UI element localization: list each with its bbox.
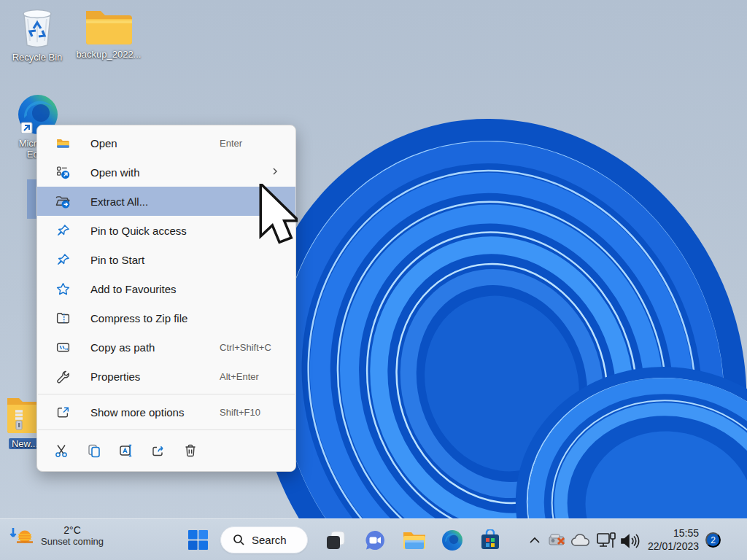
menu-item-label: Pin to Start <box>90 254 144 266</box>
display-device-tray-icon[interactable] <box>595 532 617 551</box>
wrench-icon <box>55 368 71 384</box>
menu-separator <box>38 429 295 430</box>
menu-item-label: Add to Favourites <box>90 283 177 295</box>
menu-item-label: Copy as path <box>90 341 155 354</box>
search-label: Search <box>252 534 287 546</box>
desktop-icon-label: backup_2022... <box>77 49 142 60</box>
sunset-weather-icon <box>9 525 35 547</box>
weather-text: 2°C Sunset coming <box>41 524 104 547</box>
rename-button[interactable] <box>110 438 142 464</box>
star-icon <box>55 281 71 297</box>
delete-button[interactable] <box>174 438 206 464</box>
menu-item-label: Compress to Zip file <box>90 312 187 324</box>
menu-item-copy-as-path[interactable]: Copy as path Ctrl+Shift+C <box>37 332 295 362</box>
quick-actions-bar <box>37 433 295 468</box>
desktop: Recycle Bin backup_2022... Microsoft Edg… <box>0 0 747 560</box>
file-explorer-icon <box>403 530 426 551</box>
menu-separator <box>38 394 295 394</box>
open-with-icon <box>55 164 71 180</box>
chevron-right-icon <box>271 166 279 179</box>
device-problem-tray-icon[interactable] <box>547 532 568 549</box>
desktop-icon-recycle-bin[interactable]: Recycle Bin <box>6 4 69 63</box>
recycle-bin-icon <box>16 4 58 50</box>
menu-item-shortcut: Ctrl+Shift+C <box>220 342 271 353</box>
file-explorer-button[interactable] <box>403 529 426 552</box>
show-more-options-icon <box>55 404 71 420</box>
copy-path-icon <box>55 339 71 355</box>
menu-item-add-to-favourites[interactable]: Add to Favourites <box>37 274 295 303</box>
menu-item-label: Show more options <box>90 406 184 419</box>
menu-item-compress-to-zip[interactable]: Compress to Zip file <box>37 303 295 332</box>
windows-logo-icon <box>188 530 208 550</box>
chat-icon <box>364 529 386 551</box>
menu-item-show-more-options[interactable]: Show more options Shift+F10 <box>37 397 295 427</box>
desktop-icon-backup-folder[interactable]: backup_2022... <box>75 6 142 60</box>
copy-icon <box>86 443 102 459</box>
copy-button[interactable] <box>78 438 110 464</box>
hidden-icons-chevron[interactable] <box>525 532 544 549</box>
menu-item-label: Properties <box>90 370 140 383</box>
start-button[interactable] <box>188 530 208 550</box>
desktop-icon-label: Recycle Bin <box>12 52 63 63</box>
chevron-up-icon <box>529 537 541 544</box>
task-view-icon <box>325 530 346 551</box>
rename-icon <box>118 443 134 459</box>
clock[interactable]: 15:55 22/01/2023 <box>648 526 699 553</box>
clock-time: 15:55 <box>648 526 699 540</box>
clock-date: 22/01/2023 <box>648 540 699 553</box>
weather-condition: Sunset coming <box>41 536 104 547</box>
share-button[interactable] <box>142 438 174 464</box>
folder-open-icon <box>55 135 71 151</box>
extract-all-icon <box>55 193 71 209</box>
menu-item-label: Open <box>90 137 117 149</box>
menu-item-shortcut: Enter <box>220 138 242 149</box>
share-icon <box>150 443 166 459</box>
wallpaper-bloom <box>276 55 747 560</box>
weather-widget[interactable]: 2°C Sunset coming <box>9 524 104 547</box>
context-menu: Open Enter Open with Extract All... Pin … <box>36 125 296 472</box>
device-error-icon <box>548 532 567 548</box>
folder-icon <box>84 6 133 47</box>
menu-item-open-with[interactable]: Open with <box>37 158 295 187</box>
volume-tray-icon[interactable] <box>619 532 640 551</box>
cut-button[interactable] <box>46 438 78 464</box>
menu-item-properties[interactable]: Properties Alt+Enter <box>37 362 295 391</box>
microsoft-store-icon <box>479 529 501 551</box>
menu-item-shortcut: Alt+Enter <box>220 371 259 382</box>
menu-item-label: Open with <box>90 166 140 179</box>
chat-button[interactable] <box>363 529 387 552</box>
taskbar: 2°C Sunset coming Search <box>0 518 747 560</box>
microsoft-store-button[interactable] <box>479 529 502 552</box>
menu-item-open[interactable]: Open Enter <box>37 128 295 158</box>
edge-browser-button[interactable] <box>441 529 464 552</box>
notification-badge[interactable]: 2 <box>705 532 721 548</box>
pin-icon <box>55 252 71 268</box>
search-box[interactable]: Search <box>220 526 308 553</box>
weather-temperature: 2°C <box>41 524 104 536</box>
compress-zip-icon <box>55 310 71 326</box>
monitor-plug-icon <box>596 532 616 551</box>
menu-item-label: Pin to Quick access <box>90 225 187 237</box>
cloud-icon <box>571 534 590 547</box>
menu-item-shortcut: Shift+F10 <box>220 407 260 418</box>
menu-item-label: Extract All... <box>90 195 148 208</box>
task-view-button[interactable] <box>324 529 347 552</box>
scissors-icon <box>54 443 70 459</box>
edge-icon <box>441 529 463 551</box>
onedrive-tray-icon[interactable] <box>570 532 591 549</box>
speaker-icon <box>619 532 640 550</box>
mouse-cursor <box>257 184 298 251</box>
trash-icon <box>182 443 198 459</box>
pin-icon <box>55 222 71 238</box>
search-icon <box>233 534 245 546</box>
